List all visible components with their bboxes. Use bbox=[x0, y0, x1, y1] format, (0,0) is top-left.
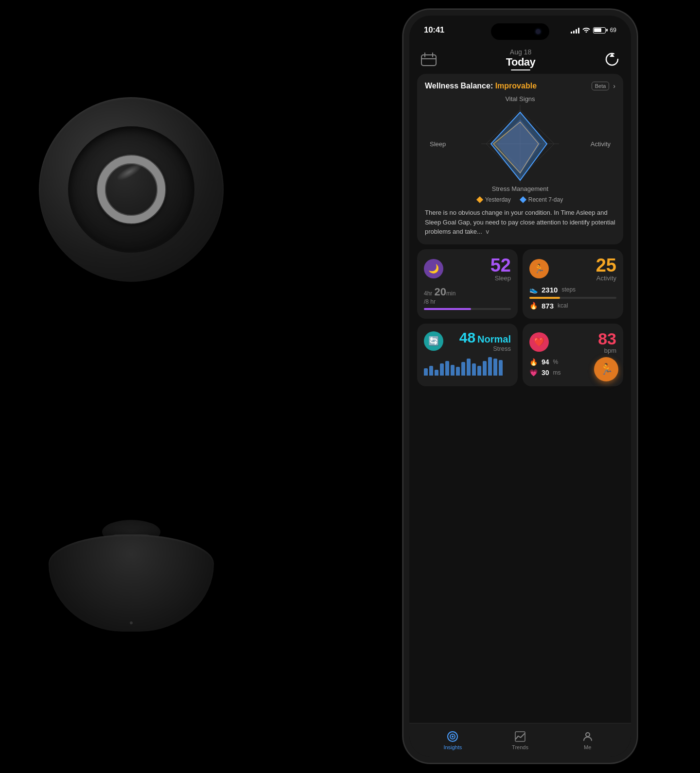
sleep-progress-fill bbox=[424, 308, 471, 310]
sleep-time: 4hr 20min bbox=[424, 286, 511, 298]
signal-bar-4 bbox=[578, 28, 579, 34]
sleep-emoji: 🌙 bbox=[428, 263, 439, 274]
sleep-label: Sleep bbox=[490, 275, 511, 282]
calories-label: kcal bbox=[558, 302, 568, 309]
trends-icon bbox=[514, 731, 526, 742]
bar-10 bbox=[472, 363, 476, 376]
steps-value: 2310 bbox=[542, 286, 558, 294]
heart-icon: ❤️ bbox=[529, 332, 549, 352]
app-header: Aug 18 Today bbox=[409, 46, 631, 73]
radar-svg bbox=[476, 100, 564, 188]
metrics-grid-row1: 🌙 52 Sleep 4hr 20min bbox=[417, 249, 623, 319]
case-base bbox=[49, 525, 214, 632]
battery-fill bbox=[594, 28, 601, 32]
activity-label: Activity bbox=[596, 275, 616, 282]
refresh-icon[interactable] bbox=[605, 52, 619, 67]
me-label: Me bbox=[584, 744, 591, 750]
sleep-goal: /8 hr bbox=[424, 298, 511, 305]
run-fab-button[interactable]: 🏃 bbox=[594, 357, 618, 381]
bar-15 bbox=[499, 360, 503, 376]
tab-trends[interactable]: Trends bbox=[487, 731, 554, 750]
sleep-card-header: 🌙 52 Sleep bbox=[424, 256, 511, 282]
case-base-body bbox=[49, 534, 214, 632]
stress-bar-chart bbox=[424, 356, 511, 376]
bar-6 bbox=[451, 365, 455, 376]
radar-label-vital-signs: Vital Signs bbox=[505, 95, 535, 103]
fire-icon-small: 🔥 bbox=[529, 358, 538, 366]
stress-card-header: 🔄 48 Normal Stress bbox=[424, 330, 511, 352]
hrv-icon: 💗 bbox=[529, 369, 538, 377]
sleep-hr-unit: hr bbox=[427, 290, 433, 297]
calendar-icon[interactable] bbox=[421, 52, 437, 66]
sleep-mins: 20 bbox=[435, 286, 446, 298]
bar-14 bbox=[493, 359, 497, 376]
legend-recent-icon bbox=[520, 196, 526, 203]
hrv-unit: ms bbox=[553, 369, 561, 376]
tab-me[interactable]: Me bbox=[554, 731, 621, 750]
wellness-card[interactable]: Wellness Balance: Improvable Beta › Vita… bbox=[417, 74, 623, 244]
hr-card-header: ❤️ 83 bpm bbox=[529, 330, 616, 354]
trends-label: Trends bbox=[512, 744, 528, 750]
signal-bar-2 bbox=[573, 31, 575, 34]
legend-yesterday: Yesterday bbox=[477, 196, 511, 203]
ring-shine bbox=[114, 160, 144, 183]
wellness-description: There is no obvious change in your condi… bbox=[425, 208, 615, 237]
heart-rate-card[interactable]: ❤️ 83 bpm 🔥 9 bbox=[523, 324, 623, 386]
activity-card-header: 🏃 25 Activity bbox=[529, 256, 616, 282]
bar-3 bbox=[435, 370, 438, 376]
steps-label: steps bbox=[561, 286, 576, 293]
main-content: Wellness Balance: Improvable Beta › Vita… bbox=[409, 74, 631, 723]
steps-row: 👟 2310 steps bbox=[529, 286, 616, 294]
hr-unit: bpm bbox=[598, 347, 616, 354]
tab-insights[interactable]: Insights bbox=[419, 731, 487, 750]
bar-1 bbox=[424, 368, 428, 376]
activity-icon: 🏃 bbox=[529, 259, 549, 278]
energy-unit: % bbox=[553, 359, 559, 365]
activity-emoji: 🏃 bbox=[534, 263, 544, 274]
expand-icon[interactable]: v bbox=[486, 228, 489, 235]
svg-rect-16 bbox=[515, 732, 525, 741]
bar-8 bbox=[461, 362, 465, 376]
ring-device bbox=[29, 97, 238, 632]
bar-9 bbox=[467, 359, 471, 376]
sleep-progress-bg bbox=[424, 308, 511, 310]
wellness-title-group: Wellness Balance: Improvable bbox=[425, 82, 537, 90]
header-date: Aug 18 bbox=[510, 48, 531, 56]
phone-screen: 10:41 69 bbox=[409, 16, 631, 757]
radar-label-stress: Stress Management bbox=[492, 185, 548, 192]
radar-legend: Yesterday Recent 7-day bbox=[425, 196, 615, 203]
svg-point-17 bbox=[586, 733, 590, 737]
svg-marker-12 bbox=[497, 120, 541, 174]
case-lid bbox=[39, 97, 224, 282]
phone-frame: 10:41 69 bbox=[403, 10, 637, 763]
bar-7 bbox=[456, 367, 460, 376]
radar-chart: Vital Signs Sleep Activity Stress Manage… bbox=[425, 95, 615, 192]
stress-card[interactable]: 🔄 48 Normal Stress bbox=[417, 324, 518, 386]
hr-score: 83 bbox=[598, 330, 616, 347]
bar-12 bbox=[483, 361, 487, 376]
bar-11 bbox=[477, 366, 481, 376]
metrics-grid-row2: 🔄 48 Normal Stress bbox=[417, 324, 623, 386]
bar-2 bbox=[429, 366, 433, 376]
case-lid-inner bbox=[68, 126, 194, 253]
insights-label: Insights bbox=[443, 744, 462, 750]
sleep-card[interactable]: 🌙 52 Sleep 4hr 20min bbox=[417, 249, 518, 319]
wellness-status: Improvable bbox=[495, 82, 537, 90]
signal-icon bbox=[571, 27, 579, 34]
activity-card[interactable]: 🏃 25 Activity 👟 2310 steps bbox=[523, 249, 623, 319]
stress-level: Normal bbox=[477, 334, 511, 345]
signal-bar-3 bbox=[576, 29, 577, 34]
me-icon bbox=[582, 731, 594, 742]
wellness-header: Wellness Balance: Improvable Beta › bbox=[425, 82, 615, 90]
sleep-detail: 4hr 20min /8 hr bbox=[424, 286, 511, 310]
front-camera bbox=[536, 29, 541, 34]
header-center: Aug 18 Today bbox=[506, 48, 536, 70]
calories-value: 873 bbox=[542, 302, 554, 310]
activity-score: 25 bbox=[596, 256, 616, 275]
bar-13 bbox=[488, 357, 492, 376]
battery-icon bbox=[593, 27, 606, 34]
heart-emoji: ❤️ bbox=[534, 337, 544, 347]
wellness-beta-group: Beta › bbox=[592, 82, 615, 90]
svg-rect-0 bbox=[421, 55, 436, 66]
phone-device: 10:41 69 bbox=[403, 10, 637, 763]
